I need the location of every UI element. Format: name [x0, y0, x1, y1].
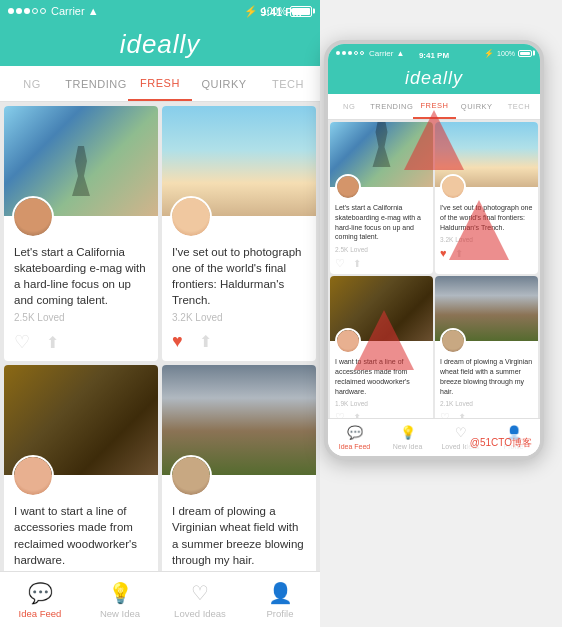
tab-profile[interactable]: 👤 Profile: [240, 572, 320, 627]
signal-dot-4: [32, 8, 38, 14]
nav-tab-trending[interactable]: TRENDING: [64, 66, 128, 101]
signal-dot-2: [16, 8, 22, 14]
card-2-body: I've set out to photograph one of the wo…: [162, 238, 316, 327]
small-card-3-actions: ♡ ⬆: [330, 409, 433, 418]
card-3: I want to start a line of accessories ma…: [4, 365, 158, 571]
signal-dot-1: [8, 8, 14, 14]
small-carrier: Carrier: [369, 49, 393, 58]
small-card-4-heart[interactable]: ♡: [440, 411, 450, 418]
nav-tab-ng[interactable]: NG: [0, 66, 64, 101]
signal-dot-3: [24, 8, 30, 14]
small-card-1-avatar: [335, 174, 361, 200]
small-card-3-body: I want to start a line of accessories ma…: [330, 354, 433, 409]
card-4-body: I dream of plowing a Virginian wheat fie…: [162, 497, 316, 571]
bluetooth-icon: ⚡: [244, 5, 258, 18]
loved-ideas-label: Loved Ideas: [174, 608, 226, 619]
card-4-text: I dream of plowing a Virginian wheat fie…: [172, 503, 306, 567]
card-3-body: I want to start a line of accessories ma…: [4, 497, 158, 571]
small-nav-trending[interactable]: TRENDING: [370, 94, 413, 119]
avatar-face-4: [172, 457, 210, 495]
small-card-3: I want to start a line of accessories ma…: [330, 276, 433, 418]
small-card-3-heart[interactable]: ♡: [335, 411, 345, 418]
small-nav-fresh[interactable]: FRESH: [413, 94, 455, 119]
small-card-2-avatar: [440, 174, 466, 200]
card-1-loved-count: 2.5K Loved: [14, 312, 148, 323]
profile-icon: 👤: [268, 581, 293, 605]
small-card-4-text: I dream of plowing a Virginian wheat fie…: [440, 357, 533, 396]
small-new-idea-label: New Idea: [393, 443, 423, 450]
small-card-4-actions: ♡ ⬆: [435, 409, 538, 418]
small-card-1-actions: ♡ ⬆: [330, 255, 433, 274]
small-battery-percent: 100%: [497, 50, 515, 57]
small-card-1-body: Let's start a California skateboarding e…: [330, 200, 433, 255]
card-1-actions: ♡ ⬆: [4, 327, 158, 361]
card-2-loved-count: 3.2K Loved: [172, 312, 306, 323]
idea-feed-label: Idea Feed: [19, 608, 62, 619]
small-bluetooth-icon: ⚡: [484, 49, 494, 58]
card-4: I dream of plowing a Virginian wheat fie…: [162, 365, 316, 571]
battery-indicator: [290, 6, 312, 17]
small-card-3-avatar: [335, 328, 361, 354]
signal-dots: [8, 8, 46, 14]
card-1-heart-button[interactable]: ♡: [14, 331, 30, 353]
small-card-4: I dream of plowing a Virginian wheat fie…: [435, 276, 538, 418]
card-2-text: I've set out to photograph one of the wo…: [172, 244, 306, 308]
small-wifi-icon: ▲: [396, 49, 404, 58]
small-nav-quirky[interactable]: QUIRKY: [456, 94, 498, 119]
card-2-avatar: [170, 196, 212, 238]
small-card-1-heart[interactable]: ♡: [335, 257, 345, 270]
new-idea-icon: 💡: [108, 581, 133, 605]
small-card-2-body: I've set out to photograph one of the wo…: [435, 200, 538, 245]
avatar-face-2: [172, 198, 210, 236]
status-bar: Carrier ▲ 9:41 PM ⚡ 100%: [0, 0, 320, 22]
card-1-body: Let's start a California skateboarding e…: [4, 238, 158, 327]
small-nav-ng[interactable]: NG: [328, 94, 370, 119]
small-nav-tech[interactable]: TECH: [498, 94, 540, 119]
card-1-text: Let's start a California skateboarding e…: [14, 244, 148, 308]
nav-tab-tech[interactable]: TECH: [256, 66, 320, 101]
small-status-left: Carrier ▲: [336, 49, 404, 58]
watermark-label: @51CTO博客: [466, 434, 536, 452]
main-phone: Carrier ▲ 9:41 PM ⚡ 100% ideally NG TREN…: [0, 0, 320, 627]
small-phone: Carrier ▲ 9:41 PM ⚡ 100% ideally NG TREN…: [324, 40, 544, 460]
small-time: 9:41 PM: [419, 51, 449, 60]
small-phone-wrapper: Carrier ▲ 9:41 PM ⚡ 100% ideally NG TREN…: [324, 40, 544, 460]
small-card-2-share[interactable]: ⬆: [455, 248, 463, 259]
small-tab-new-idea[interactable]: 💡 New Idea: [381, 419, 434, 456]
small-card-2-loved: 3.2K Loved: [440, 236, 533, 243]
loved-ideas-icon: ♡: [191, 581, 209, 605]
cards-grid: Let's start a California skateboarding e…: [0, 102, 320, 571]
small-card-2-text: I've set out to photograph one of the wo…: [440, 203, 533, 232]
card-2-actions: ♥ ⬆: [162, 327, 316, 360]
content-area: Let's start a California skateboarding e…: [0, 102, 320, 571]
small-status-right: ⚡ 100%: [484, 49, 532, 58]
tab-idea-feed[interactable]: 💬 Idea Feed: [0, 572, 80, 627]
card-3-avatar: [12, 455, 54, 497]
tab-loved-ideas[interactable]: ♡ Loved Ideas: [160, 572, 240, 627]
card-2-share-button[interactable]: ⬆: [199, 332, 212, 351]
app-header: ideally: [0, 22, 320, 66]
small-loved-icon: ♡: [455, 425, 467, 440]
nav-tab-fresh[interactable]: FRESH: [128, 66, 192, 101]
card-2-heart-button[interactable]: ♥: [172, 331, 183, 352]
tab-bar: 💬 Idea Feed 💡 New Idea ♡ Loved Ideas 👤 P…: [0, 571, 320, 627]
small-cards-grid: Let's start a California skateboarding e…: [328, 120, 540, 418]
small-signal: [336, 51, 364, 55]
card-1-share-button[interactable]: ⬆: [46, 333, 59, 352]
avatar-face-1: [14, 198, 52, 236]
small-card-4-avatar: [440, 328, 466, 354]
small-card-1-loved: 2.5K Loved: [335, 246, 428, 253]
tab-new-idea[interactable]: 💡 New Idea: [80, 572, 160, 627]
card-3-text: I want to start a line of accessories ma…: [14, 503, 148, 567]
small-card-1-share[interactable]: ⬆: [353, 258, 361, 269]
status-bar-left: Carrier ▲: [8, 5, 99, 17]
category-nav[interactable]: NG TRENDING FRESH QUIRKY TECH: [0, 66, 320, 102]
small-card-2-actions: ♥ ⬆: [435, 245, 538, 263]
small-card-2-heart[interactable]: ♥: [440, 247, 447, 259]
small-tab-idea-feed[interactable]: 💬 Idea Feed: [328, 419, 381, 456]
new-idea-label: New Idea: [100, 608, 140, 619]
idea-feed-icon: 💬: [28, 581, 53, 605]
nav-tab-quirky[interactable]: QUIRKY: [192, 66, 256, 101]
app-logo: ideally: [120, 29, 201, 60]
small-nav: NG TRENDING FRESH QUIRKY TECH: [328, 94, 540, 120]
